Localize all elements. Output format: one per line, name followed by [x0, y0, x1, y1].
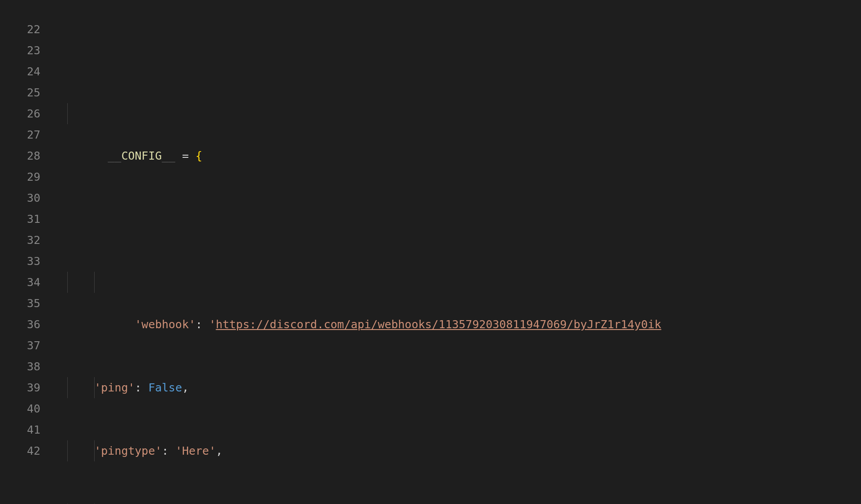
line-number: 23	[0, 40, 54, 61]
line-number: 31	[0, 209, 54, 230]
line-number: 37	[0, 335, 54, 356]
line-number: 39	[0, 377, 54, 398]
code-line[interactable]: 'pingtype': 'Here',	[67, 440, 661, 461]
brace-open: {	[196, 149, 202, 162]
code-line[interactable]: 'webhook': 'https://discord.com/api/webh…	[67, 272, 661, 293]
line-number: 22	[0, 19, 54, 40]
code-editor[interactable]: 2223242526272829303132333435363738394041…	[0, 0, 861, 504]
line-number: 25	[0, 82, 54, 103]
line-number: 30	[0, 187, 54, 209]
line-number-gutter: 2223242526272829303132333435363738394041…	[0, 0, 54, 461]
line-number: 35	[0, 293, 54, 314]
code-line[interactable]: 'ping': False,	[67, 377, 661, 398]
line-number: 34	[0, 272, 54, 293]
line-number: 32	[0, 230, 54, 251]
line-number: 24	[0, 61, 54, 82]
webhook-url[interactable]: https://discord.com/api/webhooks/1135792…	[216, 318, 661, 331]
line-number: 41	[0, 419, 54, 440]
line-number: 33	[0, 251, 54, 272]
line-number: 29	[0, 166, 54, 187]
line-number: 27	[0, 124, 54, 145]
variable-name: CONFIG	[121, 149, 161, 162]
line-number: 42	[0, 440, 54, 461]
code-line[interactable]: __CONFIG__ = {	[67, 103, 661, 124]
line-number: 36	[0, 314, 54, 335]
line-number: 26	[0, 103, 54, 124]
line-number: 28	[0, 145, 54, 166]
code-area[interactable]: __CONFIG__ = { 'webhook': 'https://disco…	[67, 19, 661, 504]
line-number: 40	[0, 398, 54, 419]
line-number: 38	[0, 356, 54, 377]
